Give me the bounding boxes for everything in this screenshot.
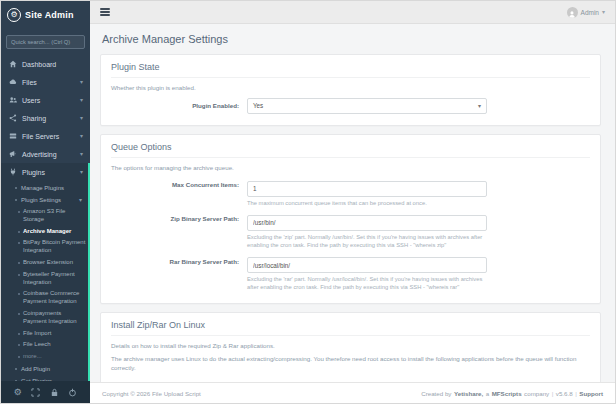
sidebar-item-label: Dashboard: [22, 61, 56, 68]
chevron-down-icon: ▾: [80, 169, 83, 175]
quick-search-input[interactable]: [6, 35, 85, 49]
version-text: v5.6.8: [556, 390, 573, 397]
sidebar-item-sharing[interactable]: Sharing ▾: [1, 109, 90, 127]
max-concurrent-label: Max Concurrent Items:: [111, 177, 247, 188]
section-description: Whether this plugin is enabled.: [111, 84, 590, 93]
sidebar: ⚙ Site Admin Dashboard Files ▾ Users ▾: [1, 1, 90, 403]
user-menu[interactable]: Admin ▾: [567, 7, 605, 18]
install-zip-rar-card: Install Zip/Rar On Linux Details on how …: [100, 312, 601, 382]
rar-binary-path-input[interactable]: [247, 257, 487, 273]
logo-gear-icon: ⚙: [7, 8, 21, 22]
section-title: Queue Options: [111, 142, 590, 158]
max-concurrent-items-input[interactable]: [247, 181, 487, 197]
expand-icon[interactable]: [31, 388, 40, 397]
sidebar-item-label: File Servers: [22, 133, 59, 140]
sidebar-item-file-servers[interactable]: File Servers ▾: [1, 127, 90, 145]
chevron-down-icon: ▾: [80, 151, 83, 157]
sidebar-nav: Dashboard Files ▾ Users ▾ Sharing ▾ File…: [1, 55, 90, 381]
share-icon: [8, 114, 17, 122]
logo[interactable]: ⚙ Site Admin: [1, 1, 90, 27]
sidebar-item-browser-extension[interactable]: Browser Extension: [1, 257, 90, 269]
menu-icon[interactable]: [100, 8, 110, 16]
rar-binary-path-label: Rar Binary Server Path:: [111, 254, 247, 265]
page-title: Archive Manager Settings: [102, 33, 601, 45]
megaphone-icon: [8, 150, 17, 158]
plugins-submenu: Manage Plugins Plugin Settings▾ Amazon S…: [1, 181, 90, 381]
plugin-enabled-select[interactable]: Yes ▾: [247, 98, 487, 114]
sidebar-item-archive-manager[interactable]: Archive Manager: [1, 226, 90, 238]
sidebar-item-label: Sharing: [22, 115, 46, 122]
sidebar-bottom-bar: ⚙: [1, 381, 90, 403]
avatar: [567, 7, 578, 18]
server-icon: [8, 132, 17, 140]
plug-icon: [8, 168, 17, 176]
chevron-down-icon: ▾: [478, 103, 481, 109]
section-title: Install Zip/Rar On Linux: [111, 320, 590, 336]
home-icon: [8, 60, 17, 68]
app-title: Site Admin: [25, 10, 74, 20]
chevron-down-icon: ▾: [80, 133, 83, 139]
chevron-down-icon: ▾: [80, 115, 83, 121]
footer: Copyright © 2026 File Upload Script Crea…: [90, 382, 615, 403]
sidebar-item-label: Files: [22, 79, 37, 86]
sidebar-item-byteseller[interactable]: Byteseller Payment Integration: [1, 269, 90, 289]
power-icon[interactable]: [68, 388, 77, 397]
plugin-state-card: Plugin State Whether this plugin is enab…: [100, 54, 601, 126]
chevron-down-icon: ▾: [602, 9, 605, 15]
sidebar-item-label: Users: [22, 97, 40, 104]
chevron-down-icon: ▾: [79, 197, 82, 203]
sidebar-item-label: Plugins: [22, 169, 45, 176]
sidebar-item-dashboard[interactable]: Dashboard: [1, 55, 90, 73]
queue-options-card: Queue Options The options for managing t…: [100, 134, 601, 304]
sidebar-item-users[interactable]: Users ▾: [1, 91, 90, 109]
sidebar-item-add-plugin[interactable]: Add Plugin: [1, 363, 90, 375]
chevron-down-icon: ▾: [80, 79, 83, 85]
sidebar-item-more[interactable]: more...: [1, 351, 90, 363]
credits: Created by Yetishare, a MFScripts compan…: [421, 390, 603, 397]
sidebar-item-bitpay[interactable]: BitPay Bitcoin Payment Integration: [1, 237, 90, 257]
sidebar-item-get-plugins[interactable]: Get Plugins: [1, 375, 90, 381]
sidebar-item-plugin-settings[interactable]: Plugin Settings▾: [1, 194, 90, 206]
sidebar-item-amazon-s3[interactable]: Amazon S3 File Storage: [1, 206, 90, 226]
app-window: ⚙ Site Admin Dashboard Files ▾ Users ▾: [0, 0, 616, 404]
lock-icon[interactable]: [50, 388, 59, 397]
users-icon: [8, 96, 17, 104]
plugins-group: Plugins ▾ Manage Plugins Plugin Settings…: [1, 163, 90, 381]
yetishare-link[interactable]: Yetishare,: [454, 390, 483, 397]
sidebar-item-file-import[interactable]: File Import: [1, 328, 90, 340]
selected-value: Yes: [253, 102, 263, 109]
gear-icon[interactable]: ⚙: [14, 388, 22, 397]
install-description-1: Details on how to install the required Z…: [111, 342, 590, 351]
user-name: Admin: [581, 9, 599, 16]
sidebar-item-label: Advertising: [22, 151, 57, 158]
copyright-text: Copyright © 2026 File Upload Script: [102, 390, 201, 397]
main-area: Admin ▾ Archive Manager Settings Plugin …: [90, 1, 615, 403]
section-title: Plugin State: [111, 62, 590, 78]
field-help-text: The maximum concurrent queue items that …: [247, 199, 487, 207]
sidebar-item-manage-plugins[interactable]: Manage Plugins: [1, 182, 90, 194]
field-help-text: Excluding the 'rar' part. Normally /usr/…: [247, 275, 487, 292]
sidebar-item-coinbase[interactable]: Coinbase Commerce Payment Integration: [1, 288, 90, 308]
chevron-down-icon: ▾: [80, 97, 83, 103]
support-link[interactable]: Support: [579, 390, 603, 397]
topbar: Admin ▾: [90, 1, 615, 24]
content: Archive Manager Settings Plugin State Wh…: [90, 24, 615, 382]
sidebar-item-plugins[interactable]: Plugins ▾: [1, 163, 90, 181]
plugin-enabled-label: Plugin Enabled:: [111, 98, 247, 109]
zip-binary-path-input[interactable]: [247, 215, 487, 231]
sidebar-item-advertising[interactable]: Advertising ▾: [1, 145, 90, 163]
zip-binary-path-label: Zip Binary Server Path:: [111, 211, 247, 222]
field-help-text: Excluding the 'zip' part. Normally /usr/…: [247, 233, 487, 250]
cloud-icon: [8, 78, 17, 86]
mfscripts-link[interactable]: MFScripts: [492, 390, 522, 397]
sidebar-item-file-leech[interactable]: File Leech: [1, 339, 90, 351]
sidebar-item-coinpayments[interactable]: Coinpayments Payment Integration: [1, 308, 90, 328]
section-description: The options for managing the archive que…: [111, 164, 590, 173]
sidebar-item-files[interactable]: Files ▾: [1, 73, 90, 91]
install-description-2: The archive manager uses Linux to do the…: [111, 355, 590, 372]
